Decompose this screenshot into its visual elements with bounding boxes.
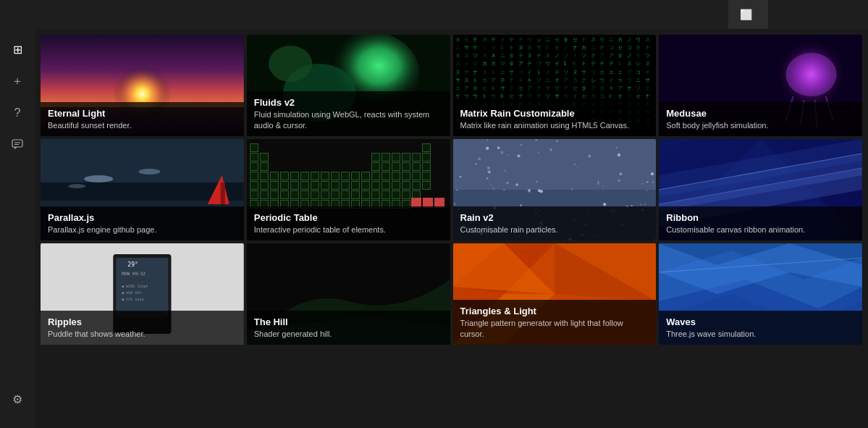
svg-point-9 [269,46,312,82]
card-desc-rain-v2: Customisable rain particles. [460,225,649,235]
card-overlay-fluids-v2: Fluids v2Fluid simulation using WebGL, r… [247,91,450,136]
card-overlay-ribbon: RibbonCustomisable canvas ribbon animati… [659,206,862,240]
svg-point-90 [537,189,540,192]
wallpaper-card-triangles-light[interactable]: Triangles & LightTriangle pattern genera… [453,243,657,345]
card-desc-eternal-light: Beautiful sunset render. [48,120,237,130]
card-overlay-parallax-js: Parallax.jsParallax.js engine github pag… [41,206,244,240]
title-bar: ⬜ [0,0,868,29]
svg-point-45 [642,183,644,185]
card-overlay-periodic-table: Periodic TableInteractive periodic table… [247,206,450,240]
card-title-rain-v2: Rain v2 [460,212,649,223]
card-desc-triangles-light: Triangle pattern generator with light th… [460,318,649,339]
content-area[interactable]: Eternal LightBeautiful sunset render. Fl… [35,29,868,428]
svg-point-104 [487,170,490,173]
svg-rect-0 [12,140,22,147]
svg-text:MON 09:32: MON 09:32 [122,271,146,276]
svg-point-55 [646,181,648,183]
svg-point-73 [644,203,646,205]
card-desc-matrix-rain: Matrix like rain animation using HTML5 C… [460,120,649,130]
svg-point-103 [549,148,552,151]
card-desc-ribbon: Customisable canvas ribbon animation. [666,225,855,235]
svg-point-49 [515,183,518,185]
wallpaper-card-eternal-light[interactable]: Eternal LightBeautiful sunset render. [41,35,244,136]
svg-point-12 [786,53,837,96]
wallpaper-card-medusae[interactable]: MedusaeSoft body jellyfish simulation. [659,35,862,136]
card-overlay-medusae: MedusaeSoft body jellyfish simulation. [659,102,862,136]
svg-point-67 [506,182,509,185]
wallpaper-card-ripples[interactable]: 29° MON 09:32 ● WIND 12mph ● HUM 65% ● V… [41,243,244,345]
svg-point-77 [492,188,494,189]
sidebar-item-add[interactable]: ＋ [3,67,32,96]
minimize-button[interactable] [768,0,801,29]
svg-point-22 [84,175,113,182]
card-title-waves: Waves [666,316,855,327]
card-overlay-triangles-light: Triangles & LightTriangle pattern genera… [453,300,657,345]
sidebar-item-settings[interactable]: ⚙ [3,385,32,414]
svg-point-46 [573,164,575,165]
card-desc-medusae: Soft body jellyfish simulation. [666,120,855,130]
svg-point-40 [517,154,520,157]
svg-point-48 [453,203,456,206]
svg-point-102 [571,189,573,190]
wallpaper-grid: Eternal LightBeautiful sunset render. Fl… [41,35,862,345]
card-title-medusae: Medusae [666,108,855,119]
card-overlay-waves: WavesThree.js wave simulation. [659,311,862,345]
wallpaper-card-rain-v2[interactable]: Rain v2Customisable rain particles. [453,139,657,240]
svg-point-98 [597,182,599,185]
card-title-parallax-js: Parallax.js [48,212,237,223]
svg-point-66 [497,146,500,149]
svg-point-101 [619,172,622,175]
card-overlay-the-hill: The HillShader generated hill. [247,311,450,345]
card-desc-the-hill: Shader generated hill. [254,329,443,339]
card-title-ribbon: Ribbon [666,212,855,223]
svg-point-47 [456,189,458,190]
wallpaper-card-waves[interactable]: WavesThree.js wave simulation. [659,243,862,345]
wallpaper-card-the-hill[interactable]: The HillShader generated hill. [247,243,450,345]
svg-point-41 [640,203,641,205]
svg-point-94 [576,167,578,169]
wallpaper-card-periodic-table[interactable]: Periodic TableInteractive periodic table… [247,139,450,240]
svg-point-105 [475,163,476,164]
maximize-button[interactable] [801,0,835,29]
window-controls: ⬜ [728,0,868,29]
svg-point-52 [650,172,653,175]
card-title-ripples: Ripples [48,316,237,327]
svg-point-95 [486,147,489,150]
svg-point-61 [490,185,492,186]
svg-point-74 [536,181,537,182]
card-desc-waves: Three.js wave simulation. [666,329,855,339]
svg-rect-21 [221,182,225,204]
svg-text:29°: 29° [127,261,138,268]
card-desc-periodic-table: Interactive periodic table of elements. [254,225,443,235]
monitor-icon: ⬜ [740,9,752,20]
svg-point-36 [618,180,620,182]
svg-point-60 [459,176,460,177]
svg-text:● VIS  Good: ● VIS Good [122,297,143,301]
sidebar: ⊞ ＋ ? ⚙ [0,29,35,428]
wallpaper-card-fluids-v2[interactable]: Fluids v2Fluid simulation using WebGL, r… [247,35,450,136]
card-overlay-eternal-light: Eternal LightBeautiful sunset render. [41,102,244,136]
card-title-periodic-table: Periodic Table [254,212,443,223]
wallpaper-card-ribbon[interactable]: RibbonCustomisable canvas ribbon animati… [659,139,862,240]
wallpaper-card-matrix-rain[interactable]: タセケカテトケチウシニセタセナスサニカノウスニサケツツ1トヌネサ1セノナカニナコ… [453,35,657,136]
sidebar-item-chat[interactable] [3,130,32,159]
wallpaper-card-parallax-js[interactable]: Parallax.jsParallax.js engine github pag… [41,139,244,240]
svg-text:● HUM  65%: ● HUM 65% [122,290,141,295]
svg-point-75 [507,154,509,156]
close-button[interactable] [835,0,868,29]
svg-point-30 [503,189,505,190]
svg-point-91 [500,151,503,154]
svg-point-85 [652,181,653,182]
svg-point-72 [521,144,522,146]
svg-point-87 [588,154,591,157]
card-overlay-ripples: RipplesPuddle that shows weather. [41,311,244,345]
card-desc-parallax-js: Parallax.js engine github page. [48,225,237,235]
sidebar-item-help[interactable]: ? [3,98,32,127]
svg-point-24 [68,184,85,188]
monitor-button[interactable]: ⬜ [728,0,768,29]
card-title-matrix-rain: Matrix Rain Customizable [460,108,649,119]
sidebar-item-grid[interactable]: ⊞ [3,35,32,64]
main-layout: ⊞ ＋ ? ⚙ [0,29,868,428]
card-title-eternal-light: Eternal Light [48,108,237,119]
svg-point-56 [528,189,531,192]
